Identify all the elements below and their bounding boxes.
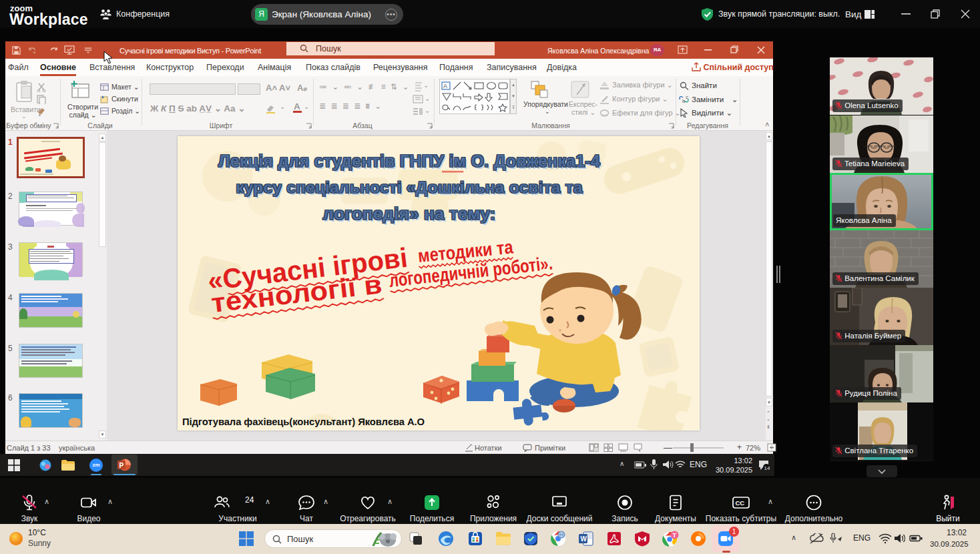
svg-text:CC: CC bbox=[736, 499, 745, 507]
svg-text:T: T bbox=[673, 532, 677, 539]
svg-text:P: P bbox=[119, 462, 124, 469]
svg-text:A: A bbox=[443, 83, 447, 89]
svg-text:c: c bbox=[686, 95, 688, 100]
svg-text:14: 14 bbox=[764, 465, 770, 471]
svg-text:W: W bbox=[581, 535, 587, 543]
